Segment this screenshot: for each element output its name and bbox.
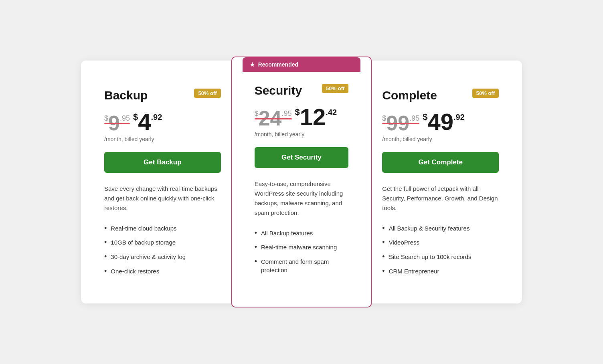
plan-backup-original-price: $ 9 .95	[104, 113, 130, 133]
plan-backup-cta[interactable]: Get Backup	[104, 152, 221, 173]
plan-complete-cta[interactable]: Get Complete	[382, 152, 499, 173]
plan-security-billing: /month, billed yearly	[255, 131, 349, 138]
plan-security-orig-currency: $	[255, 109, 259, 118]
plan-backup-curr-cents: .92	[151, 113, 162, 122]
plan-complete-name: Complete	[382, 89, 437, 102]
plan-backup-features: Real-time cloud backups 10GB of backup s…	[104, 224, 221, 275]
plan-backup-header: Backup 50% off	[104, 89, 221, 102]
plan-security-current-price: $ 12 .42	[295, 105, 337, 129]
plan-security-features: All Backup features Real-time malware sc…	[255, 229, 349, 274]
recommended-banner: ★ Recommended	[243, 57, 361, 72]
plan-backup-strikethrough	[104, 123, 130, 124]
plan-complete-curr-currency: $	[423, 112, 427, 122]
plan-backup-current-price: $ 4 .92	[133, 110, 162, 133]
plan-backup-billing: /month, billed yearly	[104, 136, 221, 142]
plan-backup-price-row: $ 9 .95 $ 4 .92	[104, 110, 221, 133]
plan-security-inner: Security 50% off $ 24 .95 $ 12 .42 /mont…	[243, 72, 360, 295]
plan-backup-curr-currency: $	[133, 112, 138, 122]
plan-security-orig-cents: .95	[282, 109, 292, 118]
plan-security-curr-currency: $	[295, 107, 300, 117]
recommended-label: Recommended	[258, 61, 298, 68]
plan-complete-features: All Backup & Security features VideoPres…	[382, 224, 499, 275]
plan-complete-curr-amount: 49	[427, 110, 453, 133]
list-item: Real-time cloud backups	[104, 224, 221, 233]
list-item: 30-day archive & activity log	[104, 253, 221, 261]
list-item: All Backup features	[255, 229, 349, 238]
plan-backup-name: Backup	[104, 89, 148, 102]
list-item: VideoPress	[382, 238, 499, 247]
plan-security-header: Security 50% off	[255, 84, 349, 97]
plan-complete-description: Get the full power of Jetpack with all S…	[382, 184, 499, 213]
plan-security: ★ Recommended Security 50% off $ 24 .95 …	[231, 57, 372, 307]
list-item: 10GB of backup storage	[104, 238, 221, 247]
plan-complete-current-price: $ 49 .92	[423, 110, 465, 133]
star-icon: ★	[250, 61, 255, 68]
plan-complete-price-row: $ 99 .95 $ 49 .92	[382, 110, 499, 133]
plan-backup-curr-amount: 4	[138, 110, 151, 133]
plan-backup-description: Save every change with real-time backups…	[104, 184, 221, 213]
plan-security-cta[interactable]: Get Security	[255, 147, 349, 168]
list-item: One-click restores	[104, 267, 221, 276]
plan-complete-billing: /month, billed yearly	[382, 136, 499, 142]
plan-backup-orig-currency: $	[104, 114, 108, 123]
list-item: Site Search up to 100k records	[382, 253, 499, 261]
plan-security-original-price: $ 24 .95	[255, 108, 292, 129]
list-item: Real-time malware scanning	[255, 243, 349, 252]
list-item: All Backup & Security features	[382, 224, 499, 233]
plan-complete-original-price: $ 99 .95	[382, 113, 419, 133]
list-item: CRM Entrepreneur	[382, 267, 499, 276]
plan-complete-discount: 50% off	[472, 89, 499, 98]
plan-complete: Complete 50% off $ 99 .95 $ 49 .92 /mont…	[371, 77, 510, 287]
plan-security-curr-amount: 12	[300, 105, 326, 129]
list-item: Comment and form spam protection	[255, 257, 349, 274]
plan-security-description: Easy-to-use, comprehensive WordPress sit…	[255, 179, 349, 218]
plan-backup-orig-cents: .95	[120, 114, 130, 123]
pricing-container: Backup 50% off $ 9 .95 $ 4 .92 /month, b…	[81, 61, 522, 303]
plan-complete-header: Complete 50% off	[382, 89, 499, 102]
plan-security-strikethrough	[255, 118, 292, 119]
plan-security-curr-cents: .42	[326, 108, 337, 117]
plan-security-price-row: $ 24 .95 $ 12 .42	[255, 105, 349, 129]
plan-complete-orig-currency: $	[382, 114, 386, 123]
plan-backup: Backup 50% off $ 9 .95 $ 4 .92 /month, b…	[93, 77, 232, 287]
plan-security-name: Security	[255, 84, 302, 97]
plan-complete-orig-cents: .95	[409, 114, 419, 123]
plan-security-discount: 50% off	[322, 84, 348, 93]
plan-backup-discount: 50% off	[194, 89, 221, 98]
plan-complete-curr-cents: .92	[453, 113, 465, 122]
plan-complete-strikethrough	[382, 123, 419, 124]
